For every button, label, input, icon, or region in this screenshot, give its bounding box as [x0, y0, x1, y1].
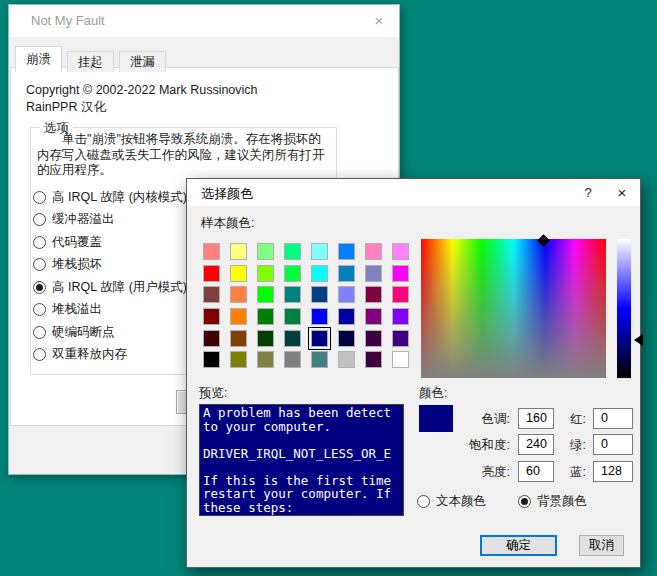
dialog-titlebar: 选择颜色 ? ×: [187, 179, 640, 206]
color-swatch-19[interactable]: [257, 286, 274, 303]
luminance-label: 亮度:: [418, 464, 510, 481]
color-swatch-48[interactable]: [392, 351, 409, 368]
color-swatch-38[interactable]: [338, 330, 355, 347]
color-swatch-13[interactable]: [311, 265, 328, 282]
color-swatch-44[interactable]: [284, 351, 301, 368]
crash-option-radio-5[interactable]: 高 IRQL 故障 (用户模式): [33, 276, 187, 299]
preview-text-line: restart your computer. If: [203, 487, 400, 501]
luminance-row: 亮度: 60 蓝: 128: [187, 461, 642, 482]
color-swatch-41[interactable]: [203, 351, 220, 368]
color-swatch-15[interactable]: [365, 265, 382, 282]
color-swatch-43[interactable]: [257, 351, 274, 368]
color-swatch-3[interactable]: [257, 243, 274, 260]
main-titlebar: Not My Fault ×: [9, 5, 399, 37]
color-swatch-6[interactable]: [338, 243, 355, 260]
saturation-row: 饱和度: 240 绿: 0: [187, 434, 642, 455]
color-swatch-40[interactable]: [392, 330, 409, 347]
text-color-radio[interactable]: 文本颜色: [417, 493, 486, 510]
radio-label: 堆栈溢出: [52, 301, 102, 318]
radio-label: 高 IRQL 故障 (内核模式): [52, 189, 187, 206]
color-swatch-32[interactable]: [392, 308, 409, 325]
color-swatch-31[interactable]: [365, 308, 382, 325]
color-swatch-17[interactable]: [203, 286, 220, 303]
copyright-line2: RainPPR 汉化: [26, 99, 258, 116]
copyright-text: Copyright © 2002-2022 Mark Russinovich R…: [26, 82, 258, 116]
color-swatch-42[interactable]: [230, 351, 247, 368]
crash-option-radio-8[interactable]: 双重释放内存: [33, 344, 187, 367]
color-swatch-11[interactable]: [257, 265, 274, 282]
help-icon[interactable]: ?: [572, 179, 604, 206]
hue-saturation-field[interactable]: [421, 239, 606, 378]
color-swatch-29[interactable]: [311, 308, 328, 325]
color-swatch-47[interactable]: [365, 351, 382, 368]
color-swatch-5[interactable]: [311, 243, 328, 260]
color-swatch-36[interactable]: [284, 330, 301, 347]
saturation-label: 饱和度:: [418, 437, 510, 454]
color-swatch-27[interactable]: [257, 308, 274, 325]
cancel-button[interactable]: 取消: [579, 535, 624, 556]
red-input[interactable]: 0: [593, 408, 633, 429]
color-swatch-18[interactable]: [230, 286, 247, 303]
crash-option-radio-1[interactable]: 高 IRQL 故障 (内核模式): [33, 186, 187, 209]
color-swatch-23[interactable]: [365, 286, 382, 303]
color-swatch-16[interactable]: [392, 265, 409, 282]
color-swatch-8[interactable]: [392, 243, 409, 260]
luminance-bar[interactable]: [617, 239, 631, 378]
desktop: { "desktop": { "background": "#008577" }…: [0, 0, 657, 576]
radio-label: 堆栈损坏: [52, 256, 102, 273]
red-label: 红:: [536, 411, 586, 428]
choose-color-dialog: 选择颜色 ? × 样本颜色: 预览: A problem has been de…: [186, 178, 641, 568]
color-swatch-39[interactable]: [365, 330, 382, 347]
luminance-slider-arrow[interactable]: [634, 334, 643, 346]
crash-option-radio-4[interactable]: 堆栈损坏: [33, 254, 187, 277]
color-swatch-35[interactable]: [257, 330, 274, 347]
radio-label: 背景颜色: [537, 493, 587, 510]
color-swatch-37[interactable]: [311, 330, 328, 347]
color-swatch-20[interactable]: [284, 286, 301, 303]
color-swatch-46[interactable]: [338, 351, 355, 368]
crash-option-radio-7[interactable]: 硬编码断点: [33, 321, 187, 344]
color-swatch-28[interactable]: [284, 308, 301, 325]
color-swatch-1[interactable]: [203, 243, 220, 260]
dialog-close-icon[interactable]: ×: [606, 179, 638, 206]
color-swatch-26[interactable]: [230, 308, 247, 325]
color-swatch-14[interactable]: [338, 265, 355, 282]
radio-icon: [33, 348, 46, 361]
color-swatch-4[interactable]: [284, 243, 301, 260]
radio-selected-icon: [33, 281, 46, 294]
color-label: 颜色:: [419, 385, 447, 402]
tab-3[interactable]: 泄漏: [119, 51, 166, 72]
color-swatch-30[interactable]: [338, 308, 355, 325]
dialog-title: 选择颜色: [201, 185, 253, 203]
color-swatch-10[interactable]: [230, 265, 247, 282]
color-swatch-33[interactable]: [203, 330, 220, 347]
preview-label: 预览:: [199, 385, 227, 402]
color-swatch-25[interactable]: [203, 308, 220, 325]
hue-row: 色调: 160 红: 0: [187, 408, 642, 429]
color-swatch-9[interactable]: [203, 265, 220, 282]
crash-option-radio-6[interactable]: 堆栈溢出: [33, 299, 187, 322]
color-swatch-7[interactable]: [365, 243, 382, 260]
tab-1[interactable]: 崩溃: [15, 46, 62, 72]
radio-label: 双重释放内存: [52, 346, 127, 363]
color-swatch-12[interactable]: [284, 265, 301, 282]
crash-option-radio-3[interactable]: 代码覆盖: [33, 231, 187, 254]
radio-icon: [417, 495, 430, 508]
crash-options-radiogroup: 高 IRQL 故障 (内核模式)缓冲器溢出代码覆盖堆栈损坏高 IRQL 故障 (…: [33, 186, 187, 366]
tab-2[interactable]: 挂起: [67, 51, 114, 72]
green-input[interactable]: 0: [593, 434, 633, 455]
main-close-icon[interactable]: ×: [359, 5, 399, 36]
tab-strip: 崩溃挂起泄漏: [15, 45, 171, 72]
radio-label: 缓冲器溢出: [52, 211, 115, 228]
basic-colors-grid: [203, 243, 409, 368]
color-swatch-2[interactable]: [230, 243, 247, 260]
color-swatch-21[interactable]: [311, 286, 328, 303]
ok-button[interactable]: 确定: [480, 535, 557, 556]
color-swatch-24[interactable]: [392, 286, 409, 303]
color-swatch-22[interactable]: [338, 286, 355, 303]
background-color-radio[interactable]: 背景颜色: [518, 493, 587, 510]
crash-option-radio-2[interactable]: 缓冲器溢出: [33, 209, 187, 232]
blue-input[interactable]: 128: [593, 461, 633, 482]
color-swatch-34[interactable]: [230, 330, 247, 347]
color-swatch-45[interactable]: [311, 351, 328, 368]
